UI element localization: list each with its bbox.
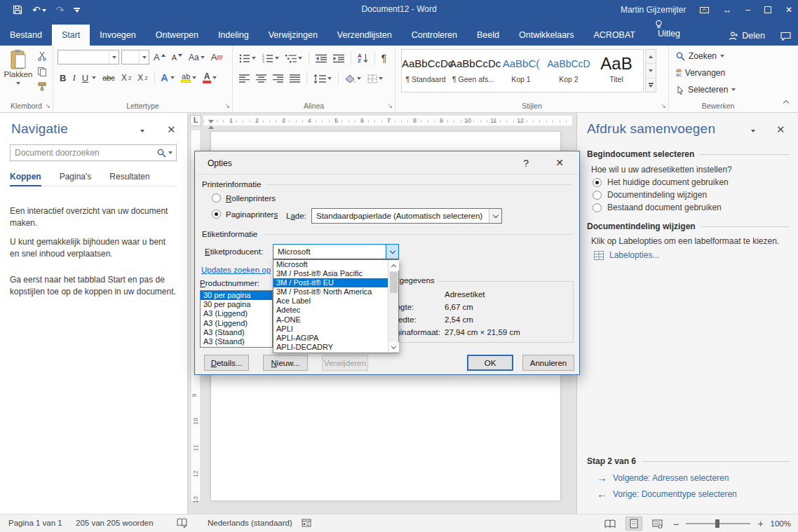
label-options-link[interactable]: Labelopties... xyxy=(594,250,659,260)
print-layout-icon[interactable] xyxy=(625,517,642,531)
align-left-button[interactable] xyxy=(237,74,252,83)
dropdown-item-selected[interactable]: 3M / Post-it® EU xyxy=(273,278,388,287)
updates-link[interactable]: Updates zoeken op xyxy=(201,266,271,274)
multilevel-list-button[interactable] xyxy=(283,53,304,64)
dropdown-item[interactable]: Ace Label xyxy=(273,296,388,306)
search-icon[interactable] xyxy=(157,149,166,158)
radio-icon[interactable] xyxy=(212,193,221,203)
radio-icon[interactable] xyxy=(593,191,602,200)
font-dialog-launcher-icon[interactable]: ↘ xyxy=(224,103,230,109)
web-layout-icon[interactable] xyxy=(649,517,666,531)
feedback-icon[interactable] xyxy=(780,32,791,41)
tab-verzendlijsten[interactable]: Verzendlijsten xyxy=(327,25,402,46)
navigation-pane-close-icon[interactable]: ✕ xyxy=(167,123,176,136)
sort-button[interactable]: AZ xyxy=(356,53,370,64)
product-item[interactable]: 30 per pagina xyxy=(201,291,272,300)
italic-button[interactable]: I xyxy=(70,71,77,84)
paragraph-dialog-launcher-icon[interactable]: ↘ xyxy=(387,103,393,109)
ok-button[interactable]: OK xyxy=(467,355,513,371)
productnummer-listbox[interactable]: 30 per pagina 30 per pagina A3 (Liggend)… xyxy=(200,290,273,348)
search-options-icon[interactable] xyxy=(168,151,173,154)
zoom-in-button[interactable]: + xyxy=(757,518,763,529)
combo-dropdown-icon[interactable] xyxy=(386,245,398,259)
subscript-button[interactable]: X2 xyxy=(119,72,133,83)
details-button[interactable]: Details... xyxy=(204,355,249,371)
dropdown-item[interactable]: APLI xyxy=(273,325,388,334)
decrease-indent-button[interactable] xyxy=(313,53,329,64)
dropdown-item[interactable]: A-ONE xyxy=(273,315,388,325)
dropdown-item[interactable]: 3M / Post-it® Asia Pacific xyxy=(273,269,388,278)
mm-radio-existing-document[interactable]: Bestaand document gebruiken xyxy=(593,203,722,212)
language-indicator[interactable]: Nederlands (standaard) xyxy=(208,519,292,527)
style-geen-afstand[interactable]: AaBbCcDc ¶ Geen afs... xyxy=(449,50,497,92)
annuleren-button[interactable]: Annuleren xyxy=(522,355,574,371)
paginaprinters-radio[interactable]: Paginaprinters xyxy=(212,210,278,219)
navigation-pane-menu-icon[interactable] xyxy=(140,130,144,132)
style-standaard[interactable]: AaBbCcDc ¶ Standaard xyxy=(402,50,449,92)
dialog-help-button[interactable]: ? xyxy=(523,158,529,169)
borders-button[interactable] xyxy=(365,74,385,84)
combo-dropdown-icon[interactable] xyxy=(489,209,501,223)
product-item[interactable]: A3 (Liggend) xyxy=(201,319,272,328)
copy-icon[interactable] xyxy=(35,65,49,78)
numbered-list-button[interactable]: 123 xyxy=(260,53,281,64)
bold-button[interactable]: B xyxy=(58,72,68,84)
scroll-down-icon[interactable] xyxy=(388,342,399,353)
zoom-slider-handle[interactable] xyxy=(715,519,719,528)
mail-merge-menu-icon[interactable] xyxy=(751,130,755,132)
align-right-button[interactable] xyxy=(271,74,285,83)
tab-controleren[interactable]: Controleren xyxy=(402,25,467,46)
tab-ontwikkelaars[interactable]: Ontwikkelaars xyxy=(509,25,584,46)
underline-button[interactable]: U xyxy=(80,72,98,84)
nav-tab-paginas[interactable]: Pagina's xyxy=(60,172,92,182)
bullet-list-button[interactable] xyxy=(237,53,258,64)
dropdown-item[interactable]: 3M / Post-it® North America xyxy=(273,287,388,296)
ribbon-display-options-icon[interactable] xyxy=(700,6,709,14)
mail-merge-close-icon[interactable]: ✕ xyxy=(776,123,785,136)
font-size-combo[interactable] xyxy=(121,50,149,64)
change-case-button[interactable]: Aa xyxy=(187,52,207,63)
share-button[interactable]: Delen xyxy=(729,31,765,41)
style-gallery-more-icon[interactable] xyxy=(646,79,656,92)
zoom-level[interactable]: 100% xyxy=(771,519,791,528)
increase-indent-button[interactable] xyxy=(331,53,346,64)
dropdown-item[interactable]: APLI-DECADRY xyxy=(273,343,388,352)
macro-recording-icon[interactable] xyxy=(302,519,311,527)
dialog-close-button[interactable]: ✕ xyxy=(555,157,564,168)
styles-dialog-launcher-icon[interactable]: ↘ xyxy=(661,103,666,109)
zoom-slider[interactable] xyxy=(686,523,750,524)
product-item[interactable]: A3 (Staand) xyxy=(201,328,272,337)
page-count[interactable]: Pagina 1 van 1 xyxy=(8,519,62,527)
horizontal-ruler[interactable]: 1 2 3 4 5 6 7 8 9 10 11 12 xyxy=(203,115,573,126)
paste-button[interactable]: Plakken xyxy=(4,49,33,100)
maximize-button[interactable] xyxy=(764,6,771,13)
proofing-icon[interactable] xyxy=(177,518,187,528)
clipboard-dialog-launcher-icon[interactable]: ↘ xyxy=(45,103,50,109)
font-color-button[interactable]: A xyxy=(201,72,219,84)
grow-font-button[interactable]: A xyxy=(151,51,168,63)
tab-indeling[interactable]: Indeling xyxy=(208,25,259,46)
user-name[interactable]: Martin Gijzemijter xyxy=(621,5,686,15)
product-item[interactable]: A3 (Liggend) xyxy=(201,309,272,318)
read-mode-icon[interactable] xyxy=(602,517,618,531)
mm-next-link[interactable]: → Volgende: Adressen selecteren xyxy=(597,472,729,484)
dropdown-item[interactable]: Microsoft xyxy=(273,260,388,269)
dropdown-item[interactable]: APLI-AGIPA xyxy=(273,334,388,343)
nav-tab-koppen[interactable]: Koppen xyxy=(10,172,41,186)
shading-button[interactable] xyxy=(343,74,363,84)
strikethrough-button[interactable]: abc xyxy=(100,73,117,83)
line-spacing-button[interactable] xyxy=(311,74,334,84)
radio-checked-icon[interactable] xyxy=(593,178,602,187)
tab-invoegen[interactable]: Invoegen xyxy=(90,25,145,46)
nieuw-button[interactable]: Nieuw... xyxy=(263,355,308,371)
superscript-button[interactable]: X2 xyxy=(135,72,149,83)
replace-button[interactable]: abac Vervangen xyxy=(676,68,725,78)
close-button[interactable]: ✕ xyxy=(785,5,792,15)
style-titel[interactable]: AaB Titel xyxy=(593,50,640,92)
minimize-button[interactable]: – xyxy=(745,5,750,15)
mm-radio-change-layout[interactable]: Documentindeling wijzigen xyxy=(593,190,707,200)
cut-icon[interactable] xyxy=(35,50,49,62)
find-button[interactable]: Zoeken xyxy=(676,51,724,61)
style-kop2[interactable]: AaBbCcD Kop 2 xyxy=(545,50,593,92)
radio-icon[interactable] xyxy=(593,203,602,212)
